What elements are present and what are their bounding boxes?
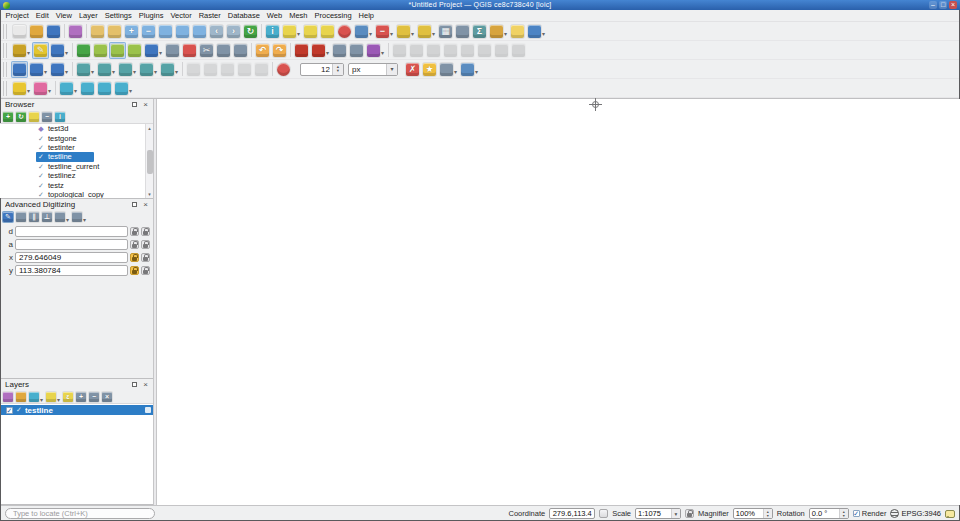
select-by-form-icon[interactable]: [395, 23, 416, 40]
pan-to-selection-icon[interactable]: [106, 23, 123, 40]
copy-features-icon[interactable]: [215, 42, 232, 59]
vertex-tool-icon[interactable]: [143, 42, 164, 59]
browser-item-testinter[interactable]: ✓ testinter: [0, 143, 145, 152]
move-feature-icon[interactable]: [185, 61, 202, 78]
delete-selected-icon[interactable]: [181, 42, 198, 59]
locator-input[interactable]: [5, 508, 155, 519]
field-calculator-icon[interactable]: [454, 23, 471, 40]
regular-polygon-icon[interactable]: [159, 61, 180, 78]
crs-button[interactable]: EPSG:3946: [890, 509, 941, 518]
circular-string-icon[interactable]: [75, 61, 96, 78]
collapse-all-icon[interactable]: −: [41, 111, 53, 123]
new-project-icon[interactable]: [11, 23, 28, 40]
zoom-to-layer-icon[interactable]: [191, 23, 208, 40]
browser-scrollbar[interactable]: ▴ ▾: [145, 124, 153, 198]
spinbox-arrows-icon[interactable]: ▴▾: [763, 509, 772, 518]
properties-widget-icon[interactable]: i: [54, 111, 66, 123]
deselect-all-icon[interactable]: [319, 23, 336, 40]
close-panel-icon[interactable]: ×: [141, 380, 150, 389]
trim-extend-icon[interactable]: [236, 61, 253, 78]
enable-tracing-icon[interactable]: [365, 42, 386, 59]
construction-tools-icon[interactable]: [71, 211, 87, 223]
stream-color-icon[interactable]: [275, 61, 292, 78]
float-panel-icon[interactable]: [130, 380, 139, 389]
refresh-map-icon[interactable]: ↻: [242, 23, 259, 40]
zoom-out-icon[interactable]: −: [140, 23, 157, 40]
reshape-features-icon[interactable]: [408, 42, 425, 59]
browser-item-testline[interactable]: ✓ testline: [0, 152, 145, 161]
browser-item-topological-copy[interactable]: ✓ topological_copy: [0, 190, 145, 198]
new-bookmark-icon[interactable]: [526, 23, 547, 40]
repeat-lock-distance-icon[interactable]: [141, 227, 150, 236]
dropdown-caret-icon[interactable]: ▾: [386, 64, 397, 75]
scroll-down-icon[interactable]: ▾: [146, 190, 154, 198]
digitize-with-segment-icon[interactable]: [11, 61, 28, 78]
more-digitizing-tools-icon[interactable]: [459, 61, 480, 78]
browser-item-test3d[interactable]: ◆ test3d: [0, 124, 145, 133]
select-by-radius-icon[interactable]: [416, 23, 437, 40]
current-edits-icon[interactable]: [11, 42, 32, 59]
favorites-icon[interactable]: ★: [421, 61, 438, 78]
split-parts-icon[interactable]: [442, 42, 459, 59]
open-attribute-table-icon[interactable]: ▦: [437, 23, 454, 40]
save-project-icon[interactable]: [45, 23, 62, 40]
browser-item-testline-current[interactable]: ✓ testline_current: [0, 162, 145, 171]
menu-database[interactable]: Database: [224, 10, 263, 21]
select-features-icon[interactable]: [281, 23, 302, 40]
menu-plugins[interactable]: Plugins: [135, 10, 167, 21]
scale-lock-icon[interactable]: [685, 509, 694, 518]
enable-snapping-icon[interactable]: [293, 42, 310, 59]
add-line-feature-icon[interactable]: [109, 42, 126, 59]
metasearch-icon[interactable]: [336, 23, 353, 40]
zoom-in-icon[interactable]: +: [123, 23, 140, 40]
lock-angle-icon[interactable]: [130, 240, 139, 249]
rectangle-tool-icon[interactable]: [138, 61, 159, 78]
snap-to-common-angles-icon[interactable]: [54, 211, 70, 223]
snapping-on-intersection-icon[interactable]: [348, 42, 365, 59]
statistical-summary-icon[interactable]: Σ: [471, 23, 488, 40]
map-annotation-icon[interactable]: [58, 80, 79, 97]
filter-legend-icon[interactable]: [45, 391, 61, 403]
parallel-constraint-icon[interactable]: ∥: [28, 211, 40, 223]
float-panel-icon[interactable]: [130, 200, 139, 209]
collapse-all-layers-icon[interactable]: −: [88, 391, 100, 403]
messages-icon[interactable]: [945, 510, 955, 518]
rotate-feature-icon[interactable]: [476, 42, 493, 59]
redo-icon[interactable]: ↷: [271, 42, 288, 59]
add-point-feature-icon[interactable]: [92, 42, 109, 59]
render-checkbox[interactable]: ✓ Render: [853, 509, 887, 518]
menu-mesh[interactable]: Mesh: [286, 10, 311, 21]
layer-item-testline[interactable]: ✓ ✓ testline: [0, 405, 153, 415]
menu-raster[interactable]: Raster: [195, 10, 224, 21]
offset-curve-icon[interactable]: [391, 42, 408, 59]
menu-vector[interactable]: Vector: [167, 10, 195, 21]
snapping-type-icon[interactable]: [310, 42, 331, 59]
menu-view[interactable]: View: [52, 10, 75, 21]
add-group-icon[interactable]: [15, 391, 27, 403]
repeat-lock-y-icon[interactable]: [141, 266, 150, 275]
size-spinbox[interactable]: 12 ▴▾: [300, 63, 344, 76]
processing-options-icon[interactable]: [353, 23, 374, 40]
zoom-next-icon[interactable]: ›: [225, 23, 242, 40]
open-project-icon[interactable]: [28, 23, 45, 40]
zoom-full-icon[interactable]: [157, 23, 174, 40]
construction-mode-icon[interactable]: [15, 211, 27, 223]
lock-distance-icon[interactable]: [130, 227, 139, 236]
float-panel-icon[interactable]: [130, 100, 139, 109]
text-annotation-icon[interactable]: [79, 80, 96, 97]
undo-icon[interactable]: ↶: [254, 42, 271, 59]
refresh-browser-icon[interactable]: ↻: [15, 111, 27, 123]
repeat-lock-angle-icon[interactable]: [141, 240, 150, 249]
zoom-last-icon[interactable]: ‹: [208, 23, 225, 40]
layer-visibility-checkbox[interactable]: ✓: [6, 407, 13, 414]
cancel-shape-icon[interactable]: ✗: [404, 61, 421, 78]
menu-help[interactable]: Help: [355, 10, 377, 21]
close-panel-icon[interactable]: ×: [141, 200, 150, 209]
maximize-icon[interactable]: □: [939, 1, 947, 9]
layer-diagram-icon[interactable]: [32, 80, 53, 97]
menu-layer[interactable]: Layer: [75, 10, 101, 21]
modify-attributes-icon[interactable]: [164, 42, 181, 59]
svg-annotation-icon[interactable]: [113, 80, 134, 97]
angle-input[interactable]: [15, 239, 128, 250]
toggle-editing-icon[interactable]: ✎: [32, 42, 49, 59]
